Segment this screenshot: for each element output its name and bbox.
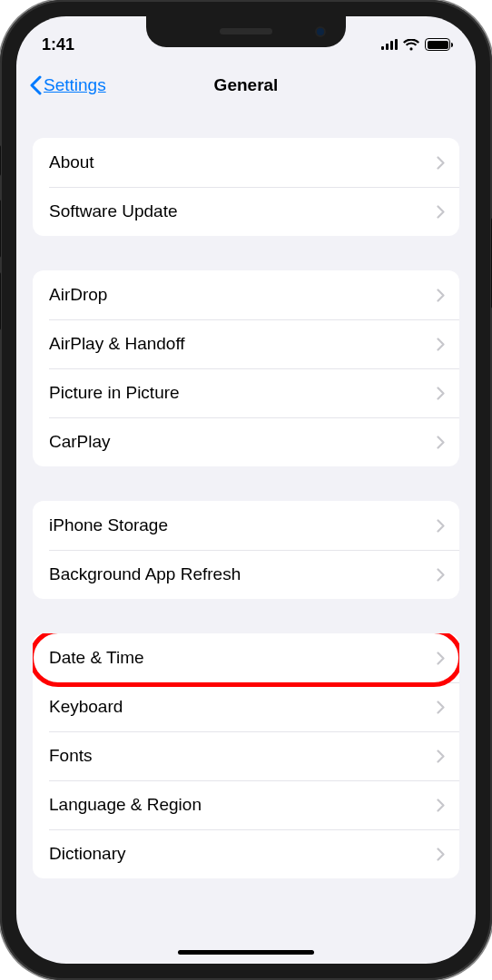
chevron-right-icon: [437, 338, 445, 351]
chevron-right-icon: [437, 387, 445, 400]
row-label: iPhone Storage: [49, 515, 168, 535]
row-label: Fonts: [49, 746, 93, 766]
back-button[interactable]: Settings: [29, 75, 106, 95]
nav-bar: Settings General: [16, 62, 476, 109]
row-fonts[interactable]: Fonts: [33, 731, 459, 780]
chevron-right-icon: [437, 205, 445, 219]
volume-up-button[interactable]: [0, 200, 1, 258]
chevron-right-icon: [437, 519, 445, 533]
settings-group: AirDrop AirPlay & Handoff Picture in Pic…: [33, 270, 459, 466]
row-label: Date & Time: [49, 648, 144, 668]
chevron-right-icon: [437, 568, 445, 582]
notch: [146, 16, 346, 47]
row-iphone-storage[interactable]: iPhone Storage: [33, 501, 459, 550]
home-indicator[interactable]: [178, 950, 314, 955]
chevron-right-icon: [437, 289, 445, 302]
row-carplay[interactable]: CarPlay: [33, 417, 459, 466]
settings-content[interactable]: About Software Update AirDrop AirPlay & …: [16, 118, 476, 964]
row-label: CarPlay: [49, 432, 111, 452]
row-label: About: [49, 152, 94, 172]
row-dictionary[interactable]: Dictionary: [33, 829, 459, 878]
row-keyboard[interactable]: Keyboard: [33, 682, 459, 731]
settings-group: iPhone Storage Background App Refresh: [33, 501, 459, 599]
status-icons: [381, 38, 450, 51]
row-label: Picture in Picture: [49, 383, 180, 403]
screen: 1:41 Settings General: [16, 16, 476, 964]
row-software-update[interactable]: Software Update: [33, 187, 459, 236]
device-frame: 1:41 Settings General: [0, 0, 492, 980]
speaker-grille: [220, 28, 272, 34]
wifi-icon: [403, 39, 419, 51]
row-label: AirPlay & Handoff: [49, 334, 185, 354]
row-about[interactable]: About: [33, 138, 459, 187]
chevron-right-icon: [437, 799, 445, 812]
battery-icon: [425, 38, 450, 51]
front-camera: [315, 26, 326, 37]
row-airplay-handoff[interactable]: AirPlay & Handoff: [33, 319, 459, 368]
mute-switch[interactable]: [0, 145, 1, 176]
row-background-app-refresh[interactable]: Background App Refresh: [33, 550, 459, 599]
row-label: Language & Region: [49, 795, 202, 815]
settings-group: About Software Update: [33, 138, 459, 236]
chevron-left-icon: [29, 75, 42, 95]
row-language-region[interactable]: Language & Region: [33, 780, 459, 829]
chevron-right-icon: [437, 652, 445, 665]
chevron-right-icon: [437, 701, 445, 714]
row-label: Background App Refresh: [49, 564, 241, 584]
row-picture-in-picture[interactable]: Picture in Picture: [33, 368, 459, 417]
chevron-right-icon: [437, 750, 445, 763]
cellular-icon: [381, 39, 398, 50]
volume-down-button[interactable]: [0, 272, 1, 330]
status-time: 1:41: [42, 35, 74, 54]
chevron-right-icon: [437, 848, 445, 861]
chevron-right-icon: [437, 436, 445, 449]
chevron-right-icon: [437, 156, 445, 170]
page-title: General: [214, 75, 279, 95]
row-label: AirDrop: [49, 285, 107, 305]
row-airdrop[interactable]: AirDrop: [33, 270, 459, 319]
back-label: Settings: [44, 75, 106, 95]
settings-group: Date & Time Keyboard Fonts Language & Re…: [33, 633, 459, 878]
row-label: Dictionary: [49, 844, 125, 864]
row-label: Software Update: [49, 201, 178, 221]
row-label: Keyboard: [49, 697, 123, 717]
row-date-time[interactable]: Date & Time: [33, 633, 459, 682]
